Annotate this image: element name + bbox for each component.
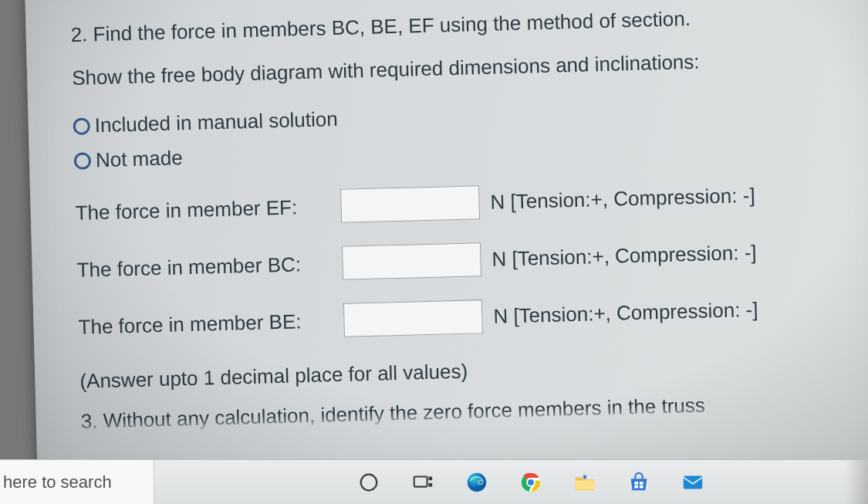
- mail-icon[interactable]: [679, 468, 707, 496]
- force-be-suffix: N [Tension:+, Compression: -]: [493, 298, 758, 329]
- store-icon[interactable]: [625, 468, 653, 496]
- question-title: 2. Find the force in members BC, BE, EF …: [70, 1, 836, 50]
- taskbar-search-text: here to search: [3, 472, 112, 492]
- edge-icon[interactable]: [463, 468, 491, 496]
- answer-precision-hint: (Answer upto 1 decimal place for all val…: [79, 347, 846, 397]
- force-be-label: The force in member BE:: [78, 309, 333, 340]
- svg-rect-11: [640, 482, 643, 485]
- force-ef-row: The force in member EF: N [Tension:+, Co…: [75, 176, 841, 230]
- svg-rect-14: [684, 475, 702, 489]
- svg-rect-3: [429, 482, 433, 486]
- force-be-input[interactable]: [343, 299, 483, 337]
- force-ef-suffix: N [Tension:+, Compression: -]: [490, 184, 755, 215]
- next-question-partial: 3. Without any calculation, identify the…: [80, 387, 846, 437]
- force-bc-suffix: N [Tension:+, Compression: -]: [491, 241, 757, 272]
- radio-label: Included in manual solution: [94, 107, 338, 137]
- file-explorer-icon[interactable]: [571, 468, 599, 496]
- quiz-page: 2. Find the force in members BC, BE, EF …: [24, 0, 868, 489]
- force-ef-label: The force in member EF:: [75, 194, 330, 225]
- windows-taskbar: here to search: [0, 459, 868, 504]
- svg-rect-9: [583, 475, 586, 479]
- force-bc-input[interactable]: [342, 243, 481, 281]
- svg-rect-10: [634, 482, 638, 485]
- radio-icon: [74, 152, 92, 170]
- radio-label: Not made: [96, 147, 184, 173]
- svg-rect-12: [634, 485, 638, 488]
- svg-rect-1: [414, 476, 427, 486]
- svg-point-0: [361, 474, 377, 490]
- taskbar-search[interactable]: here to search: [0, 460, 154, 504]
- force-be-row: The force in member BE: N [Tension:+, Co…: [78, 290, 844, 344]
- taskbar-icons: [355, 468, 707, 496]
- task-view-icon[interactable]: [409, 468, 437, 496]
- force-bc-row: The force in member BC: N [Tension:+, Co…: [76, 233, 843, 287]
- force-ef-input[interactable]: [340, 186, 480, 224]
- chrome-icon[interactable]: [517, 468, 545, 496]
- radio-not-made[interactable]: Not made: [74, 129, 839, 173]
- taskbar-edge-fade: [845, 460, 868, 504]
- svg-rect-8: [576, 480, 594, 489]
- force-bc-label: The force in member BC:: [76, 252, 332, 282]
- question-subtitle: Show the free body diagram with required…: [72, 44, 838, 93]
- svg-rect-13: [640, 485, 643, 488]
- svg-rect-2: [429, 476, 433, 480]
- radio-icon: [73, 117, 91, 135]
- cortana-circle-icon[interactable]: [355, 468, 383, 496]
